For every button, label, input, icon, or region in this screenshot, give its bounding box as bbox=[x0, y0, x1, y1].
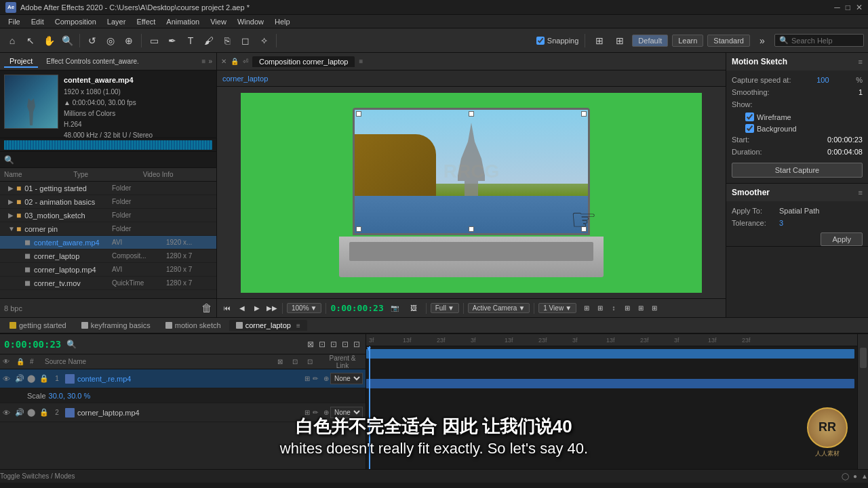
layer-row-1[interactable]: 👁 🔊 ⬤ 🔒 1 content_.re.mp4 ⊞ ✏ ⊕ None bbox=[0, 369, 366, 388]
layer-1-solo[interactable]: ⬤ bbox=[27, 374, 37, 383]
tool-extra-1[interactable]: ⊞ bbox=[591, 33, 608, 49]
tl-btn-5[interactable]: ⊡ bbox=[352, 338, 361, 350]
layer-1-eye[interactable]: 👁 bbox=[3, 375, 12, 383]
view-opt-3[interactable]: ↕ bbox=[608, 302, 620, 314]
maximize-btn[interactable]: □ bbox=[846, 3, 850, 12]
text-tool[interactable]: T bbox=[182, 33, 199, 49]
file-row-corner-laptop[interactable]: ◼ corner_laptop Composit... 1280 x 7 bbox=[0, 249, 216, 263]
comp-lock[interactable]: 🔒 bbox=[231, 58, 239, 65]
file-row-animation-basics[interactable]: ▶ ■ 02 - animation basics Folder bbox=[0, 195, 216, 209]
menu-help[interactable]: Help bbox=[269, 18, 296, 26]
zoom-level-btn[interactable]: 100% ▼ bbox=[287, 303, 321, 313]
tl-tab-keyframing[interactable]: keyframing basics bbox=[75, 320, 157, 331]
select-tool[interactable]: ↖ bbox=[22, 33, 39, 49]
tl-tab-close-4[interactable]: ≡ bbox=[296, 322, 300, 329]
apply-btn[interactable]: Apply bbox=[821, 232, 863, 246]
comp-menu[interactable]: ≡ bbox=[359, 58, 363, 65]
snapping-toggle[interactable]: Snapping bbox=[536, 37, 579, 45]
capture-speed-value[interactable]: 100 bbox=[816, 76, 829, 84]
panel-expand[interactable]: » bbox=[208, 58, 212, 65]
trash-icon[interactable]: 🗑 bbox=[201, 302, 212, 314]
handle-tr[interactable] bbox=[581, 111, 587, 117]
menu-animation[interactable]: Animation bbox=[161, 18, 205, 26]
view-opt-1[interactable]: ⊞ bbox=[580, 302, 593, 314]
snapshot-btn[interactable]: 📷 bbox=[387, 300, 403, 317]
bottom-icon-1[interactable]: ◯ bbox=[842, 472, 849, 480]
bottom-icon-3[interactable]: ▲ bbox=[861, 472, 868, 480]
handle-bm[interactable] bbox=[469, 226, 474, 232]
menu-file[interactable]: File bbox=[3, 18, 26, 26]
mode-standard[interactable]: Standard bbox=[707, 35, 750, 47]
expand-arrow-2[interactable]: ▶ bbox=[8, 198, 15, 205]
search-input[interactable] bbox=[791, 37, 859, 45]
rect-tool[interactable]: ▭ bbox=[146, 33, 162, 49]
tl-search-btn[interactable]: 🔍 bbox=[65, 338, 78, 350]
file-row-content-aware[interactable]: ◼ content_aware.mp4 AVI 1920 x... bbox=[0, 236, 216, 249]
expand-arrow-4[interactable]: ▼ bbox=[8, 225, 15, 232]
puppet-tool[interactable]: ⟡ bbox=[256, 33, 272, 49]
snap-checkbox[interactable] bbox=[536, 37, 545, 45]
camera-btn[interactable]: Active Camera ▼ bbox=[468, 303, 530, 313]
motion-sketch-menu[interactable]: ≡ bbox=[859, 58, 863, 66]
view-opt-6[interactable]: ⊞ bbox=[648, 302, 660, 314]
expand-arrow-1[interactable]: ▶ bbox=[8, 184, 15, 192]
next-frame-btn[interactable]: ▶▶ bbox=[266, 302, 278, 314]
file-row-motion-sketch[interactable]: ▶ ■ 03_motion_sketch Folder bbox=[0, 209, 216, 222]
handle-bl[interactable] bbox=[356, 226, 361, 232]
layer-1-parent-select[interactable]: None bbox=[330, 373, 363, 384]
tl-btn-2[interactable]: ⊡ bbox=[317, 338, 327, 350]
tab-effect-controls[interactable]: Effect Controls content_aware. bbox=[41, 56, 144, 66]
tl-tab-getting-started[interactable]: getting started bbox=[3, 320, 73, 331]
eraser-tool[interactable]: ◻ bbox=[237, 33, 254, 49]
layer-2-eye[interactable]: 👁 bbox=[3, 409, 12, 417]
pan-tool[interactable]: ⊕ bbox=[121, 33, 137, 49]
layer-1-audio[interactable]: 🔊 bbox=[15, 374, 24, 383]
file-row-corner-laptop-mp4[interactable]: ◼ corner_laptop.mp4 AVI 1280 x 7 bbox=[0, 263, 216, 277]
quality-btn[interactable]: Full ▼ bbox=[431, 303, 459, 313]
handle-tl[interactable] bbox=[356, 111, 361, 117]
tab-project[interactable]: Project bbox=[4, 56, 38, 68]
mode-learn[interactable]: Learn bbox=[672, 35, 703, 47]
file-row-getting-started[interactable]: ▶ ■ 01 - getting started Folder bbox=[0, 182, 216, 195]
scroll-handle[interactable] bbox=[860, 348, 867, 368]
camera-tool[interactable]: ◎ bbox=[102, 33, 119, 49]
search-box[interactable]: 🔍 bbox=[774, 34, 864, 47]
apply-to-value[interactable]: Spatial Path bbox=[779, 207, 863, 215]
layer-1-switch1[interactable]: ⊞ bbox=[304, 375, 310, 382]
duration-value[interactable]: 0:00:04:08 bbox=[827, 148, 863, 156]
view-opt-5[interactable]: ⊞ bbox=[635, 302, 647, 314]
bottom-icon-2[interactable]: ● bbox=[853, 472, 857, 480]
wireframe-checkbox[interactable] bbox=[745, 113, 754, 121]
playhead[interactable] bbox=[369, 346, 370, 469]
file-row-corner-tv[interactable]: ◼ corner_tv.mov QuickTime 1280 x 7 bbox=[0, 277, 216, 290]
pen-tool[interactable]: ✒ bbox=[164, 33, 180, 49]
menu-effect[interactable]: Effect bbox=[131, 18, 161, 26]
viewport[interactable]: RRCG bbox=[217, 87, 726, 298]
start-capture-btn[interactable]: Start Capture bbox=[732, 163, 863, 178]
timeline-current-time[interactable]: 0:00:00:23 bbox=[4, 339, 61, 350]
tl-btn-3[interactable]: ⊡ bbox=[329, 338, 338, 350]
timeline-scroll-right[interactable] bbox=[857, 334, 868, 469]
layer-2-name[interactable]: corner_laptop.mp4 bbox=[77, 409, 299, 417]
layer-2-audio[interactable]: 🔊 bbox=[15, 408, 24, 417]
expand-arrow-3[interactable]: ▶ bbox=[8, 211, 15, 219]
tl-tab-motion-sketch[interactable]: motion sketch bbox=[159, 320, 228, 331]
start-value[interactable]: 0:00:00:23 bbox=[827, 136, 863, 144]
smoothing-value[interactable]: 1 bbox=[859, 88, 863, 96]
play-btn[interactable]: ▶ bbox=[251, 302, 263, 314]
project-search-bar[interactable]: 🔍 bbox=[0, 152, 216, 168]
file-row-corner-pin[interactable]: ▼ ■ corner pin Folder bbox=[0, 222, 216, 236]
layer-2-solo[interactable]: ⬤ bbox=[27, 408, 37, 417]
comp-tab-corner-laptop[interactable]: Composition corner_laptop bbox=[252, 56, 355, 67]
menu-view[interactable]: View bbox=[205, 18, 232, 26]
panel-menu[interactable]: ≡ bbox=[202, 58, 206, 65]
background-checkbox[interactable] bbox=[745, 124, 754, 133]
mode-default[interactable]: Default bbox=[632, 35, 668, 47]
menu-layer[interactable]: Layer bbox=[102, 18, 132, 26]
zoom-tool[interactable]: 🔍 bbox=[59, 33, 75, 49]
comp-close-x[interactable]: ✕ bbox=[221, 58, 226, 65]
prev-frame-btn[interactable]: ◀ bbox=[236, 302, 248, 314]
home-tool[interactable]: ⌂ bbox=[4, 33, 20, 49]
tl-tab-corner-laptop[interactable]: corner_laptop ≡ bbox=[229, 320, 307, 331]
scale-value[interactable]: 30.0, 30.0 % bbox=[49, 392, 91, 400]
